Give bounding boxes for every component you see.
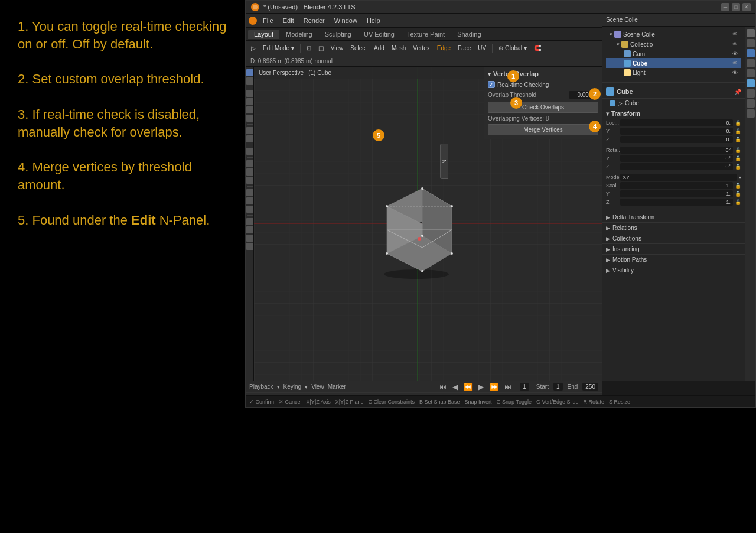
measure-tool[interactable]: [246, 135, 253, 142]
tab-shading[interactable]: Shading: [451, 30, 487, 39]
loc-z-lock[interactable]: 🔒: [735, 136, 741, 142]
add-btn[interactable]: Add: [371, 44, 387, 52]
world-props-icon[interactable]: [747, 69, 755, 77]
motion-paths-header[interactable]: ▶ Motion Paths: [602, 254, 745, 265]
loc-x-val[interactable]: 0.: [620, 119, 733, 126]
scene-props-icon[interactable]: [747, 59, 755, 67]
loc-y-val[interactable]: 0.: [620, 128, 733, 135]
end-frame[interactable]: 250: [582, 383, 598, 391]
tab-uv-editing[interactable]: UV Editing: [358, 30, 400, 39]
relations-header[interactable]: ▶ Relations: [602, 222, 745, 233]
tab-layout[interactable]: Layout: [248, 30, 279, 39]
vertex-btn[interactable]: Vertex: [410, 44, 432, 52]
jump-end-btn[interactable]: ⏭: [504, 383, 511, 391]
mode-value[interactable]: XY: [620, 174, 737, 181]
view-btn[interactable]: View: [328, 44, 347, 52]
marker-menu[interactable]: Marker: [328, 384, 346, 390]
bevel-tool[interactable]: [246, 206, 253, 213]
edit-mode-dropdown[interactable]: Edit Mode ▾: [260, 44, 297, 52]
scale-y-val[interactable]: 1.: [620, 190, 733, 197]
merge-tool[interactable]: [246, 218, 253, 225]
xray-btn[interactable]: ◫: [315, 44, 327, 52]
extrude-tool[interactable]: [246, 189, 253, 196]
tab-sculpting[interactable]: Sculpting: [319, 30, 357, 39]
tab-modeling[interactable]: Modeling: [280, 30, 318, 39]
transform-tool[interactable]: [246, 115, 253, 122]
particles-icon[interactable]: [747, 99, 755, 108]
cam-visibility[interactable]: 👁: [732, 51, 738, 57]
modifier-props-icon[interactable]: [747, 89, 755, 98]
realtime-checking-toggle[interactable]: ✓ Real-time Checking: [488, 81, 598, 88]
rot-x-lock[interactable]: 🔒: [735, 147, 741, 153]
checkbox-icon[interactable]: ✓: [488, 81, 495, 88]
mode-dropdown-icon[interactable]: ▾: [739, 175, 741, 180]
collection-visibility[interactable]: 👁: [732, 41, 738, 47]
select-mode-btn[interactable]: ▷: [248, 44, 259, 52]
current-frame[interactable]: 1: [520, 383, 529, 391]
mesh-btn[interactable]: Mesh: [389, 44, 409, 52]
menu-window[interactable]: Window: [330, 16, 361, 25]
scale-tool[interactable]: [246, 106, 253, 113]
menu-render[interactable]: Render: [299, 16, 329, 25]
loc-x-lock[interactable]: 🔒: [735, 120, 741, 126]
menu-edit[interactable]: Edit: [279, 16, 298, 25]
loc-y-lock[interactable]: 🔒: [735, 128, 741, 134]
smooth-tool[interactable]: [246, 235, 253, 242]
output-props-icon[interactable]: [747, 39, 755, 47]
loop-cut[interactable]: [246, 160, 253, 167]
physics-icon[interactable]: [747, 109, 755, 118]
scale-z-lock[interactable]: 🔒: [735, 199, 741, 205]
prev-frame-btn[interactable]: ◀: [452, 383, 458, 391]
edge-btn[interactable]: Edge: [434, 44, 454, 52]
visibility-header[interactable]: ▶ Visibility: [602, 265, 745, 275]
prev-keyframe-btn[interactable]: ⏪: [464, 383, 472, 391]
scale-x-lock[interactable]: 🔒: [735, 183, 741, 188]
instancing-header[interactable]: ▶ Instancing: [602, 243, 745, 254]
annotate-tool[interactable]: [246, 127, 253, 134]
rotate-tool[interactable]: [246, 98, 253, 105]
view-layer-icon[interactable]: [747, 49, 755, 57]
collections-header[interactable]: ▶ Collections: [602, 233, 745, 243]
menu-help[interactable]: Help: [363, 16, 384, 25]
pin-icon[interactable]: 📌: [734, 89, 741, 95]
light-visibility[interactable]: 👁: [732, 70, 738, 76]
select-tool[interactable]: [246, 69, 253, 76]
play-btn[interactable]: ▶: [478, 383, 484, 391]
viewport-overlay-btn[interactable]: ⊡: [304, 44, 314, 52]
render-props-icon[interactable]: [747, 29, 755, 37]
scene-visibility-icon[interactable]: 👁: [732, 31, 738, 37]
uv-btn[interactable]: UV: [475, 44, 489, 52]
knife-tool[interactable]: [246, 177, 253, 184]
check-overlaps-button[interactable]: Check Overlaps: [488, 102, 598, 113]
inset-tool[interactable]: [246, 197, 253, 204]
cube-row[interactable]: Cube 👁: [606, 58, 741, 68]
rot-z-lock[interactable]: 🔒: [735, 164, 741, 170]
rot-y-lock[interactable]: 🔒: [735, 155, 741, 161]
cube-visibility[interactable]: 👁: [732, 60, 738, 66]
rot-z-val[interactable]: 0°: [620, 163, 733, 170]
scale-y-lock[interactable]: 🔒: [735, 191, 741, 197]
merge-vertices-button[interactable]: Merge Vertices: [488, 124, 598, 135]
vertex-slide[interactable]: [246, 243, 253, 250]
rot-y-val[interactable]: 0°: [620, 155, 733, 162]
title-bar-controls[interactable]: ─ □ ✕: [721, 3, 751, 11]
add-cube-tool[interactable]: [246, 148, 253, 155]
jump-start-btn[interactable]: ⏮: [439, 383, 447, 391]
tab-texture-paint[interactable]: Texture Paint: [401, 30, 451, 39]
face-btn[interactable]: Face: [455, 44, 474, 52]
global-dropdown[interactable]: ⊕ Global ▾: [496, 44, 529, 52]
view-menu[interactable]: View: [311, 384, 324, 390]
playback-menu[interactable]: Playback: [249, 384, 273, 390]
minimize-button[interactable]: ─: [721, 3, 729, 11]
rot-x-val[interactable]: 0°: [620, 147, 733, 154]
spin-tool[interactable]: [246, 226, 253, 233]
cursor-tool[interactable]: [246, 77, 253, 84]
keying-menu[interactable]: Keying: [284, 384, 302, 390]
maximize-button[interactable]: □: [732, 3, 740, 11]
object-props-icon[interactable]: [747, 79, 755, 87]
next-keyframe-btn[interactable]: ⏩: [490, 383, 498, 391]
select-btn[interactable]: Select: [347, 44, 370, 52]
offset-edge[interactable]: [246, 168, 253, 176]
scale-z-val[interactable]: 1.: [620, 199, 733, 206]
menu-file[interactable]: File: [259, 16, 278, 25]
